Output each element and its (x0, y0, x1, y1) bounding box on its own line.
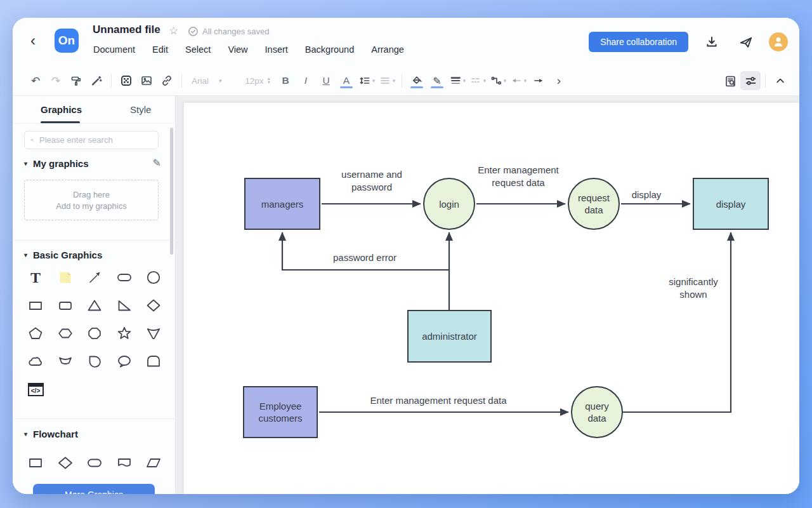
edge-label-username-password[interactable]: username and password (327, 168, 416, 194)
search-box[interactable] (24, 131, 159, 149)
stroke-color-button[interactable]: ✎ (427, 71, 447, 90)
tab-graphics[interactable]: Graphics (41, 104, 82, 115)
undo-icon[interactable]: ↶ (25, 71, 46, 90)
canvas-area[interactable]: managers login request data display admi… (176, 96, 799, 494)
divider (13, 240, 175, 241)
node-administrator[interactable]: administrator (407, 310, 492, 363)
transparent-fill-icon[interactable] (116, 71, 136, 90)
app-logo[interactable]: On (55, 29, 79, 53)
menu-view[interactable]: View (228, 44, 247, 55)
sidebar-scrollbar[interactable] (170, 128, 173, 255)
menu-document[interactable]: Document (93, 44, 135, 55)
edge-label-display[interactable]: display (624, 189, 669, 201)
bold-button[interactable]: B (275, 71, 296, 90)
align-button[interactable]: ▾ (377, 71, 397, 90)
menu-insert[interactable]: Insert (265, 44, 288, 55)
menu-edit[interactable]: Edit (152, 44, 168, 55)
shape-parallelogram[interactable] (145, 454, 162, 472)
format-painter-icon[interactable] (66, 71, 86, 90)
node-managers[interactable]: managers (244, 178, 320, 230)
arrow-start-button[interactable]: ▾ (508, 71, 528, 90)
shape-decision[interactable] (56, 454, 74, 472)
node-display[interactable]: display (693, 178, 769, 230)
line-width-button[interactable]: ▾ (447, 71, 468, 90)
properties-panel-toggle[interactable] (740, 71, 761, 90)
more-graphics-button[interactable]: More Graphics (33, 484, 155, 494)
stroke-color-swatch (431, 86, 443, 88)
magic-wand-icon[interactable] (86, 71, 107, 90)
shape-circle[interactable] (145, 269, 162, 286)
shape-teardrop[interactable] (86, 352, 103, 370)
shape-pentagon[interactable] (27, 324, 44, 342)
line-height-button[interactable]: ▾ (357, 71, 377, 90)
node-query-data[interactable]: query data (571, 386, 623, 438)
italic-button[interactable]: I (296, 71, 316, 90)
shape-cloud[interactable] (27, 352, 44, 370)
shape-right-triangle[interactable] (115, 297, 133, 314)
font-family-select[interactable]: Arial▾ (187, 71, 240, 90)
shape-star[interactable] (115, 324, 133, 342)
section-flowchart[interactable]: ▾ Flowchart (24, 429, 78, 439)
find-replace-icon[interactable] (720, 71, 740, 90)
link-icon[interactable] (157, 71, 177, 90)
edge-label-significantly-shown[interactable]: significantly shown (658, 276, 728, 301)
edge-label-enter-management-2[interactable]: Enter management request data (356, 394, 521, 407)
edit-pencil-icon[interactable]: ✎ (153, 157, 161, 169)
insert-image-icon[interactable] (136, 71, 157, 90)
node-employee-customers[interactable]: Employee customers (243, 386, 318, 438)
node-request-data[interactable]: request data (568, 178, 620, 230)
tab-style[interactable]: Style (130, 104, 151, 115)
shape-diamond[interactable] (145, 297, 162, 314)
caret-down-icon[interactable]: ▾ (24, 251, 27, 258)
shape-sticky-note[interactable] (56, 269, 74, 286)
user-avatar[interactable] (769, 32, 788, 51)
shape-code-block[interactable]: </> (27, 380, 44, 398)
collapse-toolbar-icon[interactable] (770, 71, 790, 90)
canvas-page[interactable]: managers login request data display admi… (184, 103, 799, 494)
file-title[interactable]: Unnamed file (93, 23, 160, 36)
caret-down-icon[interactable]: ▾ (24, 431, 27, 438)
shape-cone[interactable] (145, 324, 162, 342)
shape-rounded-rect[interactable] (115, 269, 133, 286)
drag-drop-zone[interactable]: Drag here Add to my graphics (24, 180, 159, 220)
underline-button[interactable]: U (316, 71, 336, 90)
shape-rectangle[interactable] (27, 297, 44, 314)
menu-arrange[interactable]: Arrange (371, 44, 404, 55)
shape-arc-band[interactable] (56, 352, 74, 370)
arrow-end-button[interactable] (528, 71, 549, 90)
back-icon[interactable]: ‹ (30, 32, 36, 50)
edge-label-enter-management[interactable]: Enter management request data (468, 164, 569, 189)
toolbar-more-icon[interactable]: › (549, 71, 569, 90)
favorite-star-icon[interactable]: ☆ (169, 24, 178, 37)
menu-background[interactable]: Background (305, 44, 354, 55)
shape-hexagon[interactable] (56, 324, 74, 342)
shape-speech-bubble[interactable] (115, 352, 133, 370)
edge-label-password-error[interactable]: password error (320, 251, 409, 264)
redo-icon[interactable]: ↷ (46, 71, 66, 90)
font-size-stepper[interactable]: 12px ▴▾ (240, 71, 275, 90)
share-collaboration-button[interactable]: Share collaboration (589, 32, 688, 52)
font-color-button[interactable]: A (336, 71, 357, 90)
send-icon[interactable] (735, 32, 756, 51)
save-status-text: All changes saved (202, 27, 270, 36)
toolbar-divider (765, 74, 766, 88)
shape-arrow[interactable] (86, 269, 103, 286)
connector-type-button[interactable]: ▾ (488, 71, 508, 90)
caret-down-icon[interactable]: ▾ (24, 160, 27, 167)
shape-half-rounded-rect[interactable] (145, 352, 162, 370)
download-icon[interactable] (702, 32, 722, 51)
line-style-button[interactable]: ▾ (468, 71, 488, 90)
section-basic-graphics[interactable]: ▾ Basic Graphics (24, 250, 102, 260)
shape-triangle[interactable] (86, 297, 103, 314)
shape-octagon[interactable] (86, 324, 103, 342)
menu-select[interactable]: Select (185, 44, 211, 55)
search-input[interactable] (38, 135, 152, 145)
fill-color-button[interactable] (407, 71, 427, 90)
shape-terminator[interactable] (86, 454, 103, 472)
shape-process[interactable] (27, 454, 44, 472)
shape-text[interactable]: T (27, 269, 44, 286)
stepper-icons[interactable]: ▴▾ (268, 77, 270, 84)
shape-rectangle-rounded[interactable] (56, 297, 74, 314)
shape-document[interactable] (115, 454, 133, 472)
section-my-graphics[interactable]: ▾ My graphics (24, 158, 89, 169)
